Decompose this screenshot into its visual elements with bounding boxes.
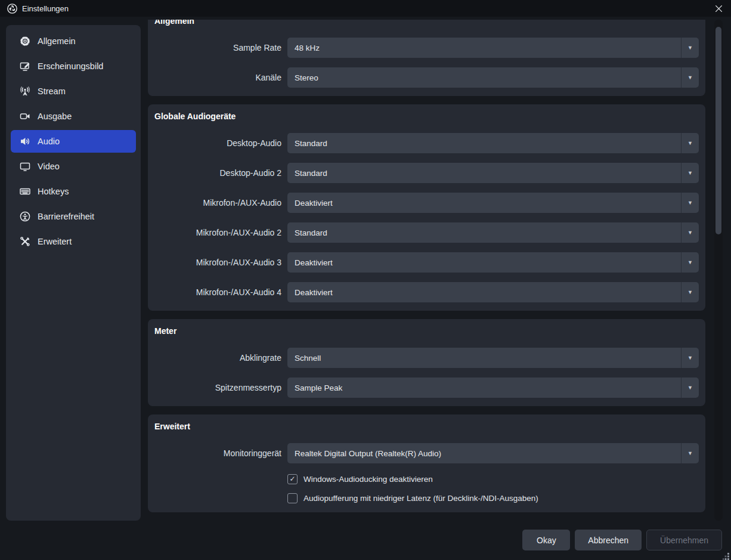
form-row: Sample Rate 48 kHz ▼ xyxy=(154,38,699,58)
disable-audio-ducking-checkbox[interactable]: ✓ Windows-Audioducking deaktivieren xyxy=(287,473,699,485)
sidebar-item-label: Barrierefreiheit xyxy=(38,212,94,221)
sidebar-item-erweitert[interactable]: Erweitert xyxy=(11,230,136,253)
vertical-scrollbar-track[interactable] xyxy=(714,20,723,521)
chevron-down-icon: ▼ xyxy=(687,260,693,265)
field-label: Monitoringgerät xyxy=(154,448,281,458)
form-row: Mikrofon-/AUX-Audio Deaktiviert ▼ xyxy=(154,193,699,213)
dropdown-value: Deaktiviert xyxy=(287,199,681,208)
vertical-scrollbar-thumb[interactable] xyxy=(715,27,721,234)
section-meter: Meter Abklingrate Schnell ▼ Spitzenmesse… xyxy=(148,319,705,406)
accessibility-icon xyxy=(19,211,30,222)
checkbox-label: Audiopufferung mit niedriger Latenz (für… xyxy=(303,494,538,503)
field-label: Mikrofon-/AUX-Audio 4 xyxy=(154,287,281,297)
sidebar-item-label: Erscheinungsbild xyxy=(38,61,103,71)
field-label: Kanäle xyxy=(154,73,281,82)
chevron-down-icon: ▼ xyxy=(687,141,693,146)
gear-icon xyxy=(19,36,30,47)
sidebar-item-barrierefreiheit[interactable]: Barrierefreiheit xyxy=(11,205,136,228)
tools-icon xyxy=(19,236,30,247)
sidebar-item-allgemein[interactable]: Allgemein xyxy=(11,30,136,52)
section-title: Erweitert xyxy=(154,421,699,432)
sidebar-item-audio[interactable]: Audio xyxy=(11,130,136,153)
sidebar-item-hotkeys[interactable]: Hotkeys xyxy=(11,180,136,203)
sidebar-item-ausgabe[interactable]: Ausgabe xyxy=(11,105,136,128)
sidebar-item-label: Video xyxy=(38,162,60,171)
dropdown-value: Stereo xyxy=(287,73,681,82)
mic-aux-audio-3-dropdown[interactable]: Deaktiviert ▼ xyxy=(287,252,699,273)
mic-aux-audio-2-dropdown[interactable]: Standard ▼ xyxy=(287,222,699,243)
monitor-icon xyxy=(19,161,30,172)
appearance-icon xyxy=(19,61,30,72)
form-row: Kanäle Stereo ▼ xyxy=(154,67,699,88)
monitoring-device-dropdown[interactable]: Realtek Digital Output (Realtek(R) Audio… xyxy=(287,443,699,463)
mic-aux-audio-4-dropdown[interactable]: Deaktiviert ▼ xyxy=(287,282,699,302)
dropdown-value: Standard xyxy=(287,169,681,178)
field-label: Mikrofon-/AUX-Audio xyxy=(154,198,281,208)
okay-button[interactable]: Okay xyxy=(522,530,570,550)
sidebar-item-label: Allgemein xyxy=(38,36,76,46)
peak-meter-type-dropdown[interactable]: Sample Peak ▼ xyxy=(287,378,699,398)
form-row: Spitzenmessertyp Sample Peak ▼ xyxy=(154,378,699,398)
chevron-down-icon: ▼ xyxy=(687,75,693,81)
desktop-audio-2-dropdown[interactable]: Standard ▼ xyxy=(287,163,699,183)
sidebar-item-video[interactable]: Video xyxy=(11,155,136,178)
field-label: Mikrofon-/AUX-Audio 2 xyxy=(154,228,281,237)
settings-scroll-area: Allgemein Sample Rate 48 kHz ▼ Kanäle St… xyxy=(148,20,705,521)
mic-aux-audio-dropdown[interactable]: Deaktiviert ▼ xyxy=(287,193,699,213)
sample-rate-dropdown[interactable]: 48 kHz ▼ xyxy=(287,38,699,58)
field-label: Desktop-Audio xyxy=(154,138,281,148)
chevron-down-icon: ▼ xyxy=(687,290,693,295)
window-title: Einstellungen xyxy=(22,4,69,13)
section-title: Meter xyxy=(154,326,699,336)
dropdown-value: Sample Peak xyxy=(287,383,681,392)
checkbox-checked-icon: ✓ xyxy=(287,474,298,484)
sidebar-item-erscheinungsbild[interactable]: Erscheinungsbild xyxy=(11,55,136,78)
dropdown-value: Standard xyxy=(287,139,681,148)
form-row: Abklingrate Schnell ▼ xyxy=(154,348,699,368)
close-icon[interactable] xyxy=(713,3,724,14)
apply-button[interactable]: Übernehmen xyxy=(646,530,722,550)
chevron-down-icon: ▼ xyxy=(687,45,693,51)
chevron-down-icon: ▼ xyxy=(687,171,693,176)
form-row: Mikrofon-/AUX-Audio 2 Standard ▼ xyxy=(154,222,699,243)
form-row: Mikrofon-/AUX-Audio 3 Deaktiviert ▼ xyxy=(154,252,699,273)
dropdown-arrow-box: ▼ xyxy=(681,378,699,398)
field-label: Abklingrate xyxy=(154,353,281,363)
resize-grip[interactable] xyxy=(723,552,730,559)
dropdown-arrow-box: ▼ xyxy=(681,163,699,183)
channels-dropdown[interactable]: Stereo ▼ xyxy=(287,67,699,88)
field-label: Mikrofon-/AUX-Audio 3 xyxy=(154,258,281,267)
form-row: Desktop-Audio 2 Standard ▼ xyxy=(154,163,699,183)
dropdown-arrow-box: ▼ xyxy=(681,443,699,463)
dropdown-arrow-box: ▼ xyxy=(681,252,699,273)
chevron-down-icon: ▼ xyxy=(687,230,693,236)
section-allgemein: Allgemein Sample Rate 48 kHz ▼ Kanäle St… xyxy=(148,20,705,96)
settings-sidebar: Allgemein Erscheinungsbild xyxy=(6,25,141,521)
low-latency-audio-buffering-checkbox[interactable]: Audiopufferung mit niedriger Latenz (für… xyxy=(287,492,699,504)
chevron-down-icon: ▼ xyxy=(687,355,693,361)
dropdown-value: Realtek Digital Output (Realtek(R) Audio… xyxy=(287,449,681,458)
dropdown-value: Deaktiviert xyxy=(287,258,681,267)
dropdown-arrow-box: ▼ xyxy=(681,133,699,153)
form-row: Mikrofon-/AUX-Audio 4 Deaktiviert ▼ xyxy=(154,282,699,302)
cancel-button[interactable]: Abbrechen xyxy=(575,530,642,550)
obs-logo-icon xyxy=(7,4,17,14)
field-label: Sample Rate xyxy=(154,43,281,52)
section-erweitert: Erweitert Monitoringgerät Realtek Digita… xyxy=(148,414,705,512)
checkbox-label: Windows-Audioducking deaktivieren xyxy=(303,475,433,484)
keyboard-icon xyxy=(19,186,30,197)
sidebar-item-label: Erweitert xyxy=(38,237,72,246)
section-globale-audiogeraete: Globale Audiogeräte Desktop-Audio Standa… xyxy=(148,104,705,311)
dropdown-value: Deaktiviert xyxy=(287,288,681,297)
sidebar-item-label: Ausgabe xyxy=(38,112,72,121)
dropdown-arrow-box: ▼ xyxy=(681,222,699,243)
sidebar-item-stream[interactable]: Stream xyxy=(11,80,136,103)
section-title: Globale Audiogeräte xyxy=(154,111,699,122)
desktop-audio-dropdown[interactable]: Standard ▼ xyxy=(287,133,699,153)
decay-rate-dropdown[interactable]: Schnell ▼ xyxy=(287,348,699,368)
dropdown-value: Schnell xyxy=(287,354,681,363)
speaker-icon xyxy=(19,136,30,147)
titlebar[interactable]: Einstellungen xyxy=(0,0,731,17)
field-label: Spitzenmessertyp xyxy=(154,383,281,392)
form-row: Monitoringgerät Realtek Digital Output (… xyxy=(154,443,699,463)
